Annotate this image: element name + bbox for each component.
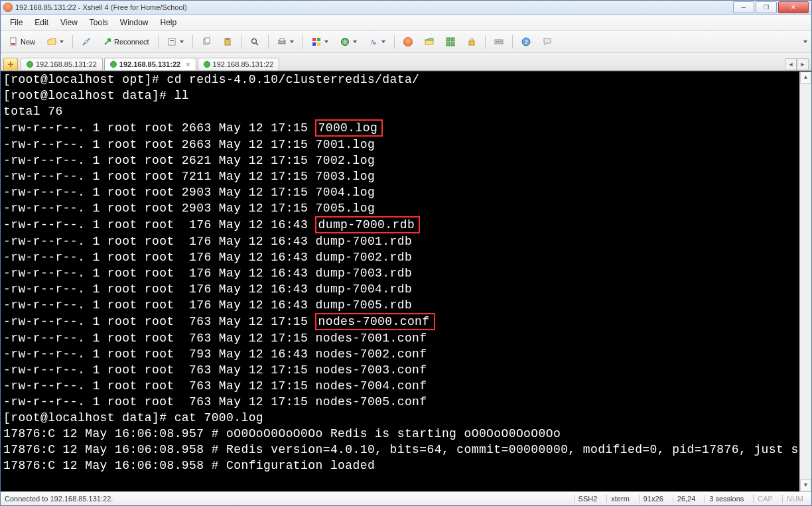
svg-rect-1	[11, 43, 15, 44]
menu-help[interactable]: Help	[155, 17, 182, 29]
keyboard-icon	[494, 37, 504, 46]
svg-rect-22	[451, 38, 454, 41]
copy-button[interactable]	[197, 35, 216, 48]
new-tab-button[interactable]	[3, 58, 18, 70]
menu-window[interactable]: Window	[115, 17, 154, 29]
svg-rect-12	[280, 38, 284, 41]
print-button[interactable]	[273, 35, 299, 48]
toolbar-separator	[485, 35, 486, 48]
speech-bubble-icon	[543, 37, 552, 46]
keyboard-button[interactable]	[490, 35, 508, 48]
svg-rect-15	[312, 42, 316, 46]
tab-session-1[interactable]: 192.168.85.131:22	[21, 58, 103, 70]
chevron-down-icon	[381, 40, 385, 43]
tab-close-button[interactable]: ×	[186, 60, 190, 68]
svg-rect-14	[317, 38, 320, 41]
toolbar: New Reconnect	[1, 31, 811, 53]
paste-button[interactable]	[218, 35, 237, 48]
menu-edit[interactable]: Edit	[29, 17, 54, 29]
tab-scroll-right-button[interactable]: ►	[797, 58, 809, 70]
lock-button[interactable]	[462, 35, 481, 48]
menu-file[interactable]: File	[5, 17, 28, 29]
maximize-button[interactable]: ❐	[756, 1, 777, 13]
find-button[interactable]	[245, 35, 264, 48]
highlight-box: dump-7000.rdb	[315, 216, 420, 233]
app-icon	[3, 3, 13, 12]
svg-rect-24	[451, 42, 454, 46]
tab-label: 192.168.85.131:22	[36, 60, 97, 68]
scrollbar-vertical[interactable]: ▲ ▼	[799, 72, 811, 491]
plus-icon	[7, 61, 14, 68]
svg-rect-7	[205, 38, 210, 43]
minimize-button[interactable]: ─	[733, 1, 754, 13]
tab-label: 192.168.85.131:22	[213, 60, 274, 68]
chevron-down-icon	[290, 40, 294, 43]
chevron-down-icon	[60, 40, 64, 43]
status-connection: Connected to 192.168.85.131:22.	[5, 495, 113, 503]
chevron-down-icon	[324, 40, 328, 43]
svg-rect-27	[496, 41, 498, 42]
svg-rect-9	[226, 38, 229, 40]
globe-icon	[340, 37, 350, 46]
scroll-down-button[interactable]: ▼	[800, 479, 811, 491]
toolbar-separator	[158, 35, 159, 48]
close-button[interactable]: ✕	[778, 1, 809, 13]
encoding-button[interactable]	[336, 35, 362, 48]
tab-session-3[interactable]: 192.168.85.131:22	[198, 58, 280, 70]
xshell-window: 192.168.85.131:22 - Xshell 4 (Free for H…	[0, 0, 812, 506]
open-button[interactable]	[42, 35, 68, 48]
toolbar-separator	[303, 35, 303, 48]
scroll-up-button[interactable]: ▲	[800, 72, 811, 84]
svg-rect-21	[446, 38, 450, 41]
printer-icon	[277, 37, 287, 46]
menu-tools[interactable]: Tools	[84, 17, 113, 29]
tab-session-2[interactable]: 192.168.85.131:22 ×	[104, 58, 196, 70]
terminal-output: [root@localhost opt]# cd redis-4.0.10/cl…	[3, 72, 811, 474]
about-button[interactable]	[538, 35, 557, 48]
help-button[interactable]: ?	[517, 35, 535, 48]
properties-icon	[167, 37, 176, 46]
svg-text:a: a	[374, 40, 377, 46]
status-dot-icon	[110, 61, 117, 68]
toolbar-separator	[72, 35, 73, 48]
svg-rect-4	[170, 40, 174, 41]
terminal-area[interactable]: [root@localhost opt]# cd redis-4.0.10/cl…	[1, 71, 811, 491]
paste-icon	[223, 37, 232, 46]
svg-rect-29	[500, 41, 502, 42]
chevron-down-icon	[180, 40, 184, 43]
status-size: 91x26	[639, 495, 667, 503]
color-scheme-button[interactable]	[307, 35, 333, 48]
svg-rect-25	[469, 41, 474, 45]
status-protocol: SSH2	[574, 495, 602, 503]
new-button[interactable]: New	[5, 35, 40, 48]
menu-view[interactable]: View	[55, 17, 83, 29]
color-grid-icon	[312, 37, 321, 46]
properties-button[interactable]	[163, 35, 188, 48]
status-bar: Connected to 192.168.85.131:22. SSH2 xte…	[1, 491, 811, 505]
xftp-button[interactable]	[420, 35, 439, 48]
lock-icon	[467, 37, 476, 46]
tab-strip: 192.168.85.131:22 192.168.85.131:22 × 19…	[1, 53, 811, 71]
tile-button[interactable]	[441, 35, 460, 48]
status-term: xterm	[606, 495, 634, 503]
font-icon: Aa	[369, 37, 378, 46]
status-dot-icon	[27, 61, 33, 68]
svg-rect-13	[312, 38, 316, 41]
xshell-icon	[403, 37, 413, 46]
status-sessions: 3 sessions	[705, 495, 748, 503]
scroll-track[interactable]	[800, 84, 811, 479]
toolbar-overflow-icon[interactable]	[803, 40, 807, 43]
svg-rect-23	[446, 42, 450, 46]
svg-rect-20	[425, 40, 433, 44]
svg-point-2	[85, 40, 88, 43]
svg-rect-16	[317, 42, 320, 46]
highlight-box: 7000.log	[315, 119, 383, 137]
reconnect-button[interactable]: Reconnect	[98, 35, 154, 48]
menu-bar: File Edit View Tools Window Help	[1, 15, 811, 31]
plug-disconnect-icon	[82, 37, 91, 46]
tile-icon	[446, 37, 455, 46]
tab-scroll-left-button[interactable]: ◄	[785, 58, 797, 70]
disconnect-button[interactable]	[77, 35, 96, 48]
xshell-launch-button[interactable]	[399, 35, 417, 48]
font-button[interactable]: Aa	[364, 35, 390, 48]
